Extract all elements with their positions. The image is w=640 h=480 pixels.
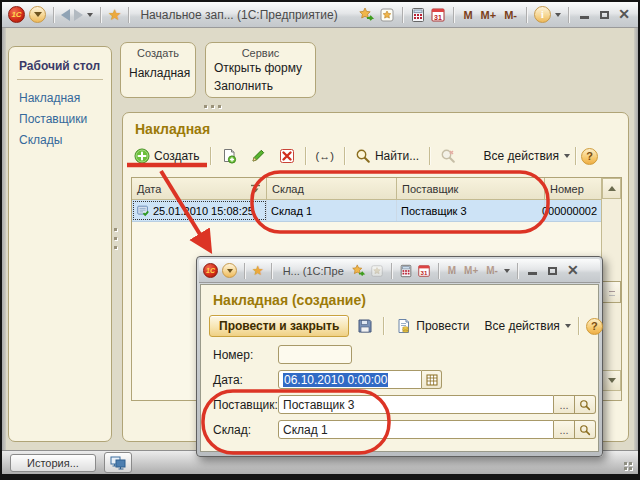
main-menu-button[interactable] <box>29 6 46 23</box>
dialog-menu-button[interactable] <box>222 263 237 278</box>
add-favorite-icon[interactable] <box>359 7 375 23</box>
supplier-input[interactable]: Поставщик 3 <box>278 395 554 414</box>
create-button[interactable]: Создать <box>129 146 205 166</box>
open-form-command[interactable]: Открыть форму <box>206 59 315 77</box>
all-actions-button[interactable]: Все действия <box>484 149 570 163</box>
clear-search-button[interactable] <box>435 146 461 166</box>
edit-button[interactable] <box>245 146 271 166</box>
delete-button[interactable] <box>274 146 300 166</box>
memory-mplus-button[interactable]: M+ <box>462 265 480 276</box>
number-input[interactable] <box>278 345 352 364</box>
info-dropdown-icon[interactable] <box>555 13 561 17</box>
desktop-sidebar: Рабочий стол Накладная Поставщики Склады <box>8 46 112 442</box>
sidebar-item-sklady[interactable]: Склады <box>9 130 111 151</box>
save-button[interactable] <box>354 316 376 336</box>
history-dropdown-icon[interactable] <box>87 13 93 17</box>
forward-icon[interactable] <box>74 9 83 21</box>
scroll-down-button[interactable] <box>602 370 621 391</box>
warehouse-choose-button[interactable]: ... <box>554 420 575 439</box>
supplier-choose-button[interactable]: ... <box>554 395 575 414</box>
column-header-supplier[interactable]: Поставщик <box>397 178 545 200</box>
supplier-open-button[interactable] <box>575 395 596 414</box>
favorites-list-icon[interactable] <box>379 7 395 23</box>
divider <box>210 147 211 165</box>
scroll-thumb[interactable] <box>602 281 621 303</box>
back-icon[interactable] <box>61 9 70 21</box>
cell-date[interactable]: 25.01.2010 15:08:25 <box>132 200 267 221</box>
column-header-warehouse[interactable]: Склад <box>267 178 397 200</box>
memory-m-button[interactable]: M <box>446 265 458 276</box>
find-button[interactable]: Найти... <box>350 146 424 166</box>
fill-command[interactable]: Заполнить <box>206 77 315 95</box>
table-row[interactable]: 25.01.2010 15:08:25 Склад 1 Поставщик 3 … <box>132 200 621 222</box>
warehouse-label: Склад: <box>213 423 278 437</box>
dialog-heading: Накладная (создание) <box>201 285 598 308</box>
calendar-icon[interactable]: 31 <box>417 264 431 278</box>
maximize-button[interactable] <box>596 8 612 22</box>
favorites-list-icon[interactable] <box>370 264 384 278</box>
cell-number[interactable]: 000000002 <box>545 200 601 221</box>
post-and-close-button[interactable]: Провести и закрыть <box>209 315 349 337</box>
more-dropdown-icon[interactable] <box>504 269 510 273</box>
divider <box>453 7 454 23</box>
divider <box>383 317 384 335</box>
dialog-title: Н... (1С:Пре <box>283 265 344 277</box>
calendar-icon[interactable]: 31 <box>430 7 446 23</box>
divider <box>271 263 272 279</box>
date-label: Дата: <box>213 373 278 387</box>
display-mode-button[interactable] <box>104 452 132 473</box>
dialog-maximize-button[interactable] <box>545 264 561 278</box>
memory-mplus-button[interactable]: M+ <box>479 9 499 21</box>
dialog-close-button[interactable]: ✕ <box>565 263 581 278</box>
history-button[interactable]: История... <box>10 454 96 472</box>
post-button[interactable]: Провести <box>391 316 474 336</box>
create-panel-title: Создать <box>121 43 195 59</box>
warehouse-input[interactable]: Склад 1 <box>278 420 554 439</box>
copy-document-icon <box>221 148 237 164</box>
scroll-up-button[interactable] <box>602 178 621 199</box>
help-button[interactable]: ? <box>581 148 598 165</box>
column-header-number[interactable]: Номер <box>545 178 601 200</box>
close-button[interactable]: ✕ <box>616 7 632 22</box>
calculator-icon[interactable] <box>410 7 426 23</box>
sidebar-item-nakladnaya[interactable]: Накладная <box>9 88 111 109</box>
service-panel-title: Сервис <box>206 43 315 59</box>
date-selected-text: 06.10.2010 0:00:00 <box>283 373 388 387</box>
memory-m-button[interactable]: M <box>461 9 474 21</box>
sidebar-item-postavshchiki[interactable]: Поставщики <box>9 109 111 130</box>
dialog-titlebar: 1С ★ Н... (1С:Пре <box>199 259 600 283</box>
table-scrollbar[interactable] <box>601 178 621 400</box>
favorites-icon[interactable]: ★ <box>252 263 264 278</box>
dialog-toolbar: Провести и закрыть <box>201 308 598 337</box>
copy-button[interactable] <box>216 146 242 166</box>
memory-mminus-button[interactable]: M- <box>502 9 519 21</box>
create-nakladnaya-command[interactable]: Накладная <box>121 64 195 82</box>
set-interval-button[interactable]: (↔) <box>311 148 339 164</box>
add-favorite-icon[interactable] <box>352 264 366 278</box>
supplier-label: Поставщик: <box>213 398 278 412</box>
sidebar-splitter[interactable] <box>114 228 119 252</box>
field-date: Дата: 06.10.2010 0:00:00 <box>213 370 598 389</box>
info-button[interactable]: i <box>534 6 551 23</box>
dialog-help-button[interactable]: ? <box>586 318 603 335</box>
list-toolbar: Создать <box>129 144 598 168</box>
cell-supplier[interactable]: Поставщик 3 <box>397 200 545 221</box>
warehouse-open-button[interactable] <box>575 420 596 439</box>
invoice-create-dialog: 1С ★ Н... (1С:Пре <box>196 256 603 457</box>
memory-mminus-button[interactable]: M- <box>484 265 500 276</box>
resize-grip[interactable] <box>624 462 632 470</box>
service-command-panel: Сервис Открыть форму Заполнить <box>205 42 316 98</box>
command-panel-splitter[interactable] <box>204 105 226 110</box>
cell-warehouse[interactable]: Склад 1 <box>267 200 397 221</box>
dialog-minimize-button[interactable] <box>525 264 541 278</box>
minimize-button[interactable] <box>576 8 592 22</box>
divider <box>53 7 54 23</box>
date-picker-button[interactable] <box>422 370 442 389</box>
column-header-date[interactable]: Дата <box>132 178 267 200</box>
post-document-icon <box>396 318 412 334</box>
calculator-icon[interactable] <box>399 264 413 278</box>
dialog-all-actions-button[interactable]: Все действия <box>484 319 570 333</box>
favorites-icon[interactable]: ★ <box>108 7 121 22</box>
floppy-icon <box>357 318 373 334</box>
date-input[interactable]: 06.10.2010 0:00:00 <box>278 370 422 389</box>
